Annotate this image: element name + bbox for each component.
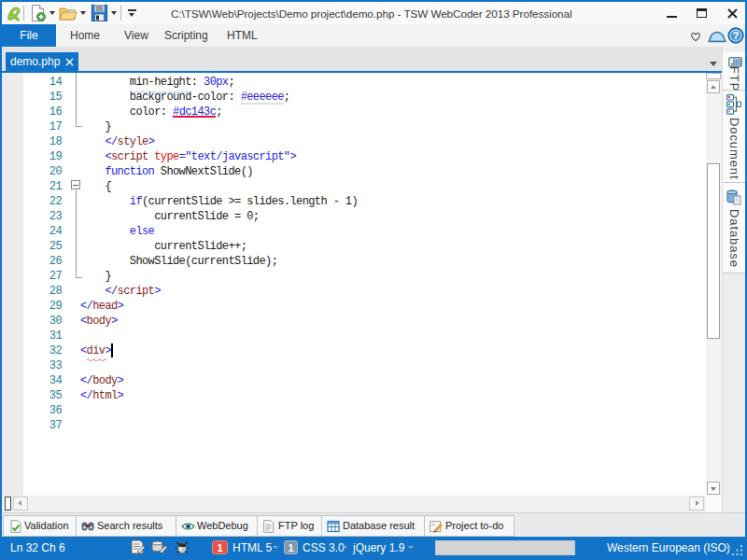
svg-text:?: ?	[732, 30, 739, 41]
